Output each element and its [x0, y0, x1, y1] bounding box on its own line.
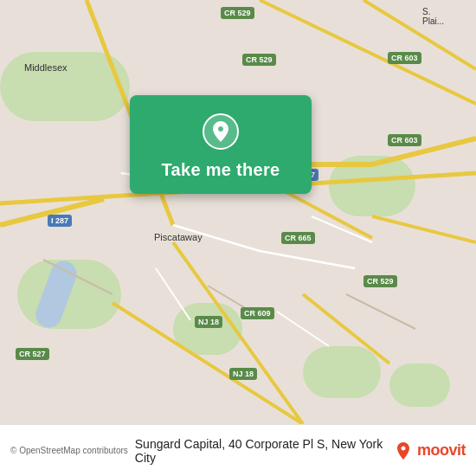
- moovit-brand-text: moovit: [417, 441, 466, 460]
- road-badge-i287-left: I 287: [48, 215, 72, 227]
- road-badge-cr529-right: CR 529: [363, 275, 397, 287]
- svg-line-2: [260, 0, 476, 104]
- road-badge-cr609: CR 609: [241, 307, 274, 319]
- road-badge-cr527: CR 527: [16, 348, 49, 360]
- map-container: I 287 I 287 CR 529 CR 529 CR 529 CR 603 …: [0, 0, 476, 424]
- take-me-there-popup[interactable]: Take me there: [130, 95, 312, 194]
- bottom-bar: © OpenStreetMap contributors Sungard Cap…: [0, 424, 476, 476]
- moovit-pin-icon: [393, 441, 414, 461]
- road-badge-cr665: CR 665: [281, 232, 315, 244]
- copyright-text: © OpenStreetMap contributors: [10, 446, 128, 455]
- svg-line-7: [303, 294, 389, 363]
- svg-line-18: [156, 268, 190, 320]
- svg-line-19: [277, 312, 329, 346]
- road-badge-cr603-top: CR 603: [388, 52, 421, 64]
- svg-line-20: [43, 260, 113, 294]
- road-badge-cr529-top: CR 529: [221, 7, 254, 19]
- road-badge-nj18-top: NJ 18: [195, 316, 222, 328]
- svg-line-21: [346, 294, 415, 329]
- road-badge-nj18-bot: NJ 18: [229, 368, 257, 380]
- svg-line-5: [173, 242, 303, 424]
- address-text: Sungard Capital, 40 Corporate Pl S, New …: [135, 437, 386, 465]
- svg-line-13: [173, 225, 260, 251]
- svg-line-14: [260, 251, 355, 268]
- road-badge-cr529-mid: CR 529: [242, 54, 276, 66]
- location-pin-icon: [202, 113, 240, 151]
- take-me-there-button[interactable]: Take me there: [162, 159, 280, 180]
- road-badge-cr603-mid: CR 603: [388, 134, 421, 146]
- moovit-logo: moovit: [393, 441, 466, 461]
- svg-line-8: [372, 216, 476, 242]
